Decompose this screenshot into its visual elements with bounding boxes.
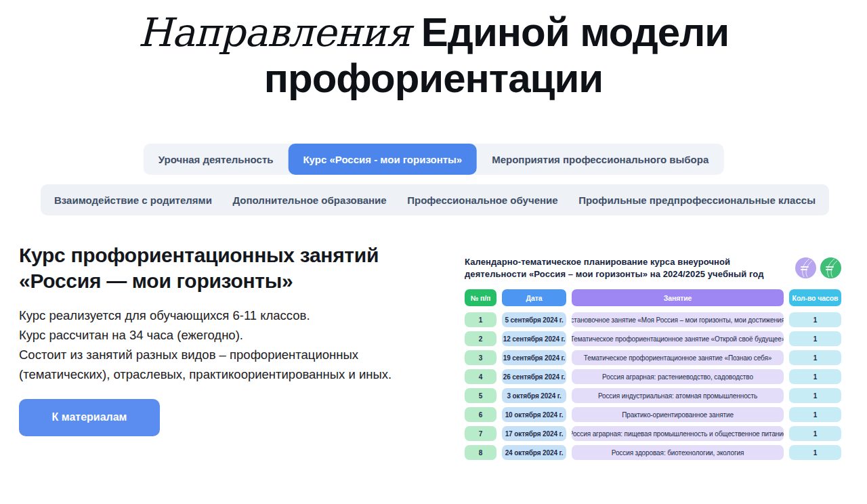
cell-lesson: Установочное занятие «Моя Россия – мои г… — [572, 312, 784, 327]
cell-num: 5 — [465, 388, 496, 403]
cell-hours: 1 — [789, 426, 841, 441]
cell-date: 12 сентября 2024 г. — [502, 331, 566, 346]
table-row: 4 26 сентября 2024 г. Россия аграрная: р… — [465, 369, 841, 384]
materials-button[interactable]: К материалам — [19, 399, 160, 436]
cell-date: 3 октября 2024 г. — [502, 388, 566, 403]
table-row: 5 3 октября 2024 г. Россия индустриальна… — [465, 388, 841, 403]
cell-hours: 1 — [789, 407, 841, 422]
cell-lesson: Россия индустриальная: атомная промышлен… — [572, 388, 784, 403]
cell-date: 5 сентября 2024 г. — [502, 312, 566, 327]
cell-lesson: Тематическое профориентационное занятие … — [572, 331, 784, 346]
cell-lesson: Тематическое профориентационное занятие … — [572, 350, 784, 365]
course-description-line: Курс рассчитан на 34 часа (ежегодно). — [19, 325, 406, 345]
cell-date: 24 октября 2024 г. — [502, 445, 566, 460]
cell-num: 7 — [465, 426, 496, 441]
cell-lesson: Россия аграрная: пищевая промышленность … — [572, 426, 784, 441]
schedule-panel: Календарно-тематическое планирование кур… — [465, 256, 841, 464]
tab-urochnaya-deyatelnost[interactable]: Урочная деятельность — [144, 144, 289, 175]
col-header-lesson: Занятие — [572, 289, 784, 306]
table-header-row: № п/п Дата Занятие Кол-во часов — [465, 289, 841, 306]
tab-profilnye-predprofessionalnye-klassy[interactable]: Профильные предпрофессиональные классы — [578, 194, 816, 206]
cell-hours: 1 — [789, 445, 841, 460]
cell-hours: 1 — [789, 369, 841, 384]
table-row: 7 17 октября 2024 г. Россия аграрная: пи… — [465, 426, 841, 441]
primary-tab-bar: Урочная деятельность Курс «Россия - мои … — [144, 144, 724, 175]
cell-num: 2 — [465, 331, 496, 346]
schedule-table: № п/п Дата Занятие Кол-во часов 1 5 сент… — [465, 289, 841, 460]
cell-date: 26 сентября 2024 г. — [502, 369, 566, 384]
tab-dopolnitelnoe-obrazovanie[interactable]: Дополнительное образование — [232, 194, 386, 206]
page-title: Направления Единой модели профориентации — [0, 9, 867, 102]
schedule-title: Календарно-тематическое планирование кур… — [465, 256, 778, 280]
tab-meropriyatiya-profvybora[interactable]: Мероприятия профессионального выбора — [477, 144, 723, 175]
course-description: Курс реализуется для обучающихся 6-11 кл… — [19, 306, 406, 384]
cell-lesson: Россия аграрная: растениеводство, садово… — [572, 369, 784, 384]
cell-lesson: Россия здоровая: биотехнологии, экология — [572, 445, 784, 460]
cell-num: 3 — [465, 350, 496, 365]
table-row: 8 24 октября 2024 г. Россия здоровая: би… — [465, 445, 841, 460]
course-heading: Курс профориентационных занятий «Россия … — [19, 243, 412, 294]
cell-hours: 1 — [789, 388, 841, 403]
course-description-section: Курс профориентационных занятий «Россия … — [19, 243, 425, 436]
col-header-hours: Кол-во часов — [789, 289, 841, 306]
table-row: 3 19 сентября 2024 г. Тематическое профо… — [465, 350, 841, 365]
cell-num: 8 — [465, 445, 496, 460]
col-header-date: Дата — [502, 289, 566, 306]
cell-hours: 1 — [789, 350, 841, 365]
cell-date: 17 октября 2024 г. — [502, 426, 566, 441]
cell-num: 1 — [465, 312, 496, 327]
cell-num: 6 — [465, 407, 496, 422]
cell-date: 10 октября 2024 г. — [502, 407, 566, 422]
cell-hours: 1 — [789, 331, 841, 346]
cell-hours: 1 — [789, 312, 841, 327]
tab-kurs-rossiya-moi-gorizonty[interactable]: Курс «Россия - мои горизонты» — [288, 144, 477, 175]
secondary-tab-bar: Взаимодействие с родителями Дополнительн… — [41, 184, 829, 215]
tab-vzaimodeystvie-s-roditelyami[interactable]: Взаимодействие с родителями — [54, 194, 212, 206]
table-row: 6 10 октября 2024 г. Практико-ориентиров… — [465, 407, 841, 422]
cell-num: 4 — [465, 369, 496, 384]
tab-professionalnoe-obuchenie[interactable]: Профессиональное обучение — [407, 194, 557, 206]
partner-badges — [795, 257, 841, 281]
page-title-italic-part: Направления — [138, 9, 410, 56]
col-header-num: № п/п — [465, 289, 496, 306]
course-description-line: Курс реализуется для обучающихся 6-11 кл… — [19, 306, 406, 325]
cell-date: 19 сентября 2024 г. — [502, 350, 566, 365]
cell-lesson: Практико-ориентированное занятие — [572, 407, 784, 422]
table-row: 1 5 сентября 2024 г. Установочное заняти… — [465, 312, 841, 327]
partner-badge-purple-icon — [795, 257, 816, 281]
table-row: 2 12 сентября 2024 г. Тематическое профо… — [465, 331, 841, 346]
course-description-line: Состоит из занятий разных видов – профор… — [19, 345, 406, 384]
partner-badge-green-icon — [820, 257, 841, 281]
